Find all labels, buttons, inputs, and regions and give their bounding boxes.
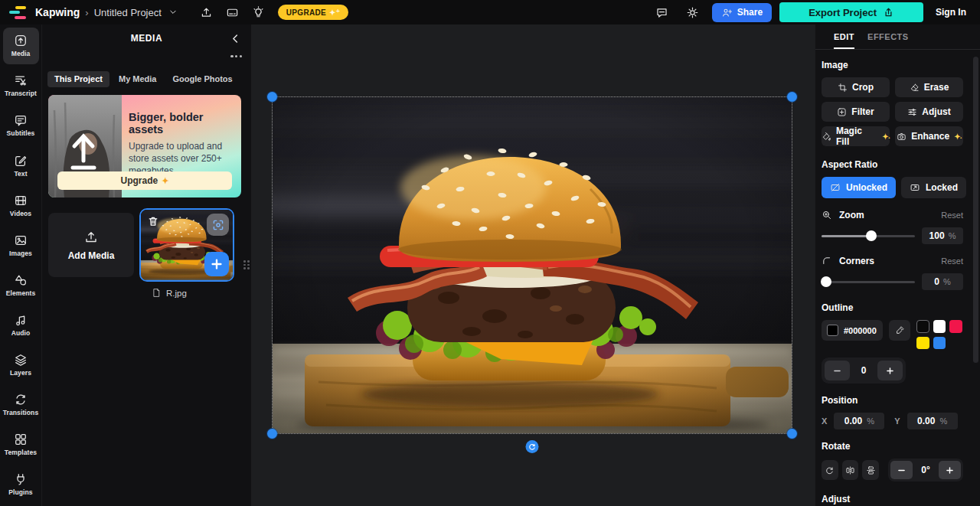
zoom-reset[interactable]: Reset (941, 211, 963, 220)
crop-button[interactable]: Crop (822, 77, 890, 97)
settings-gear-icon[interactable] (681, 2, 704, 22)
flip-vertical-button[interactable] (862, 460, 879, 480)
zoom-slider-knob[interactable] (866, 230, 877, 241)
share-label: Share (737, 7, 763, 18)
feedback-comment-icon[interactable] (651, 2, 674, 22)
position-y-field[interactable]: 0.00% (907, 413, 958, 429)
project-title-chevron-down-icon[interactable] (162, 2, 185, 22)
zoom-slider[interactable] (822, 235, 915, 237)
sidebar-item-transcript[interactable]: Transcript (3, 67, 39, 104)
panel-overflow-menu-icon[interactable] (230, 55, 242, 57)
sidebar-item-label: Transitions (3, 409, 38, 416)
kapwing-logo[interactable] (9, 6, 28, 19)
sidebar-item-text[interactable]: Text (3, 147, 39, 184)
zoom-magnifier-icon (822, 210, 832, 220)
sidebar-item-label: Videos (10, 210, 31, 217)
media-file-row[interactable]: R.jpg (42, 282, 251, 298)
tab-my-media[interactable]: My Media (112, 71, 164, 87)
collapse-panel-chevron-left-icon[interactable] (225, 28, 245, 48)
smart-focus-icon[interactable] (207, 214, 229, 236)
tab-effects[interactable]: EFFECTS (867, 32, 909, 49)
canvas-workspace[interactable] (251, 24, 815, 506)
add-to-canvas-plus-icon[interactable] (204, 252, 229, 276)
project-title[interactable]: Untitled Project (94, 7, 162, 18)
signin-link[interactable]: Sign In (931, 7, 971, 18)
rotate-increase-button[interactable] (939, 461, 961, 479)
swatch-black[interactable] (916, 320, 929, 333)
erase-button[interactable]: Erase (895, 77, 963, 97)
outline-width-stepper: 0 (822, 357, 906, 384)
rotate-angle-value[interactable]: 0° (913, 465, 939, 475)
sidebar-item-elements[interactable]: Elements (3, 266, 39, 303)
corners-value-field[interactable]: 0% (922, 273, 963, 290)
outline-width-increase-button[interactable] (877, 361, 903, 380)
media-panel: MEDIA This Project My Media Google Photo… (42, 24, 251, 506)
rotate-decrease-button[interactable] (890, 461, 913, 479)
resize-handle-ne[interactable] (787, 92, 797, 102)
outline-hex-value: #000000 (844, 326, 877, 335)
corners-slider-knob[interactable] (821, 276, 831, 287)
swatch-red[interactable] (949, 320, 962, 333)
banner-text: Bigger, bolder assets Upgrade to upload … (129, 111, 235, 178)
tab-edit[interactable]: EDIT (834, 32, 854, 49)
eyedropper-button[interactable] (889, 320, 910, 341)
inspector-scrollbar[interactable] (973, 57, 978, 363)
aspect-locked-button[interactable]: Locked (901, 177, 966, 198)
captions-icon[interactable] (221, 2, 244, 22)
outline-width-value[interactable]: 0 (850, 365, 877, 376)
corners-slider[interactable] (822, 281, 915, 283)
swatch-white[interactable] (933, 320, 946, 333)
sidebar-item-audio[interactable]: Audio (3, 307, 39, 344)
sidebar-item-transitions[interactable]: Transitions (3, 387, 39, 423)
sidebar-item-images[interactable]: Images (3, 227, 39, 263)
rotate-layer-handle[interactable] (526, 440, 539, 453)
share-button[interactable]: Share (712, 3, 772, 22)
add-media-button[interactable]: Add Media (48, 213, 134, 277)
sidebar-item-subtitles[interactable]: Subtitles (3, 107, 39, 144)
position-x-field[interactable]: 0.00% (834, 413, 884, 429)
sparkle-icon: ✦˖ (954, 132, 962, 141)
export-project-button[interactable]: Export Project (779, 2, 923, 22)
tab-google-photos[interactable]: Google Photos (165, 71, 239, 87)
outline-color-field[interactable]: #000000 (822, 320, 883, 341)
upgrade-button[interactable]: UPGRADE ✦⁺ (278, 5, 348, 20)
banner-upgrade-button[interactable]: Upgrade ✦ (57, 171, 232, 190)
enhance-button[interactable]: Enhance ✦˖ (895, 126, 963, 146)
aspect-unlocked-button[interactable]: Unlocked (822, 177, 896, 198)
magic-fill-button[interactable]: Magic Fill ✦˖ (822, 126, 890, 146)
elements-icon (14, 273, 28, 287)
transcript-icon (14, 73, 28, 87)
media-thumbnail-rjpg[interactable] (139, 208, 234, 282)
sidebar-item-plugins[interactable]: Plugins (3, 466, 39, 503)
sidebar-item-layers[interactable]: Layers (3, 347, 39, 384)
panel-resize-handle[interactable] (243, 260, 250, 269)
inspector-tabs: EDIT EFFECTS (815, 24, 980, 50)
upload-icon[interactable] (195, 2, 218, 22)
flip-horizontal-button[interactable] (842, 460, 859, 480)
sidebar-item-videos[interactable]: Videos (3, 187, 39, 224)
outline-width-decrease-button[interactable] (825, 361, 850, 380)
filter-button[interactable]: Filter (822, 102, 890, 122)
adjust-sliders-icon (907, 107, 917, 117)
selected-image-layer[interactable] (273, 97, 792, 433)
sidebar-item-media[interactable]: Media (3, 28, 39, 64)
sidebar-item-label: Plugins (8, 488, 32, 496)
delete-media-trash-icon[interactable] (145, 214, 161, 229)
resize-handle-sw[interactable] (267, 429, 277, 439)
swatch-yellow[interactable] (916, 337, 929, 350)
sidebar-item-label: Subtitles (7, 129, 35, 137)
image-tools-grid: Crop Erase Filter Adjust (822, 77, 963, 146)
swatch-blue[interactable] (933, 337, 946, 350)
resize-handle-se[interactable] (787, 429, 797, 439)
corners-reset[interactable]: Reset (941, 256, 963, 266)
images-icon (14, 233, 28, 247)
tab-this-project[interactable]: This Project (47, 71, 109, 87)
resize-handle-nw[interactable] (267, 92, 277, 102)
zoom-value-field[interactable]: 100% (922, 227, 963, 244)
adjust-button[interactable]: Adjust (895, 102, 963, 122)
lightbulb-icon[interactable] (247, 2, 270, 22)
rotate-90-button[interactable] (822, 460, 838, 480)
sidebar-item-templates[interactable]: Templates (3, 426, 39, 463)
audio-note-icon (14, 313, 28, 327)
plugins-plug-icon (14, 472, 28, 486)
